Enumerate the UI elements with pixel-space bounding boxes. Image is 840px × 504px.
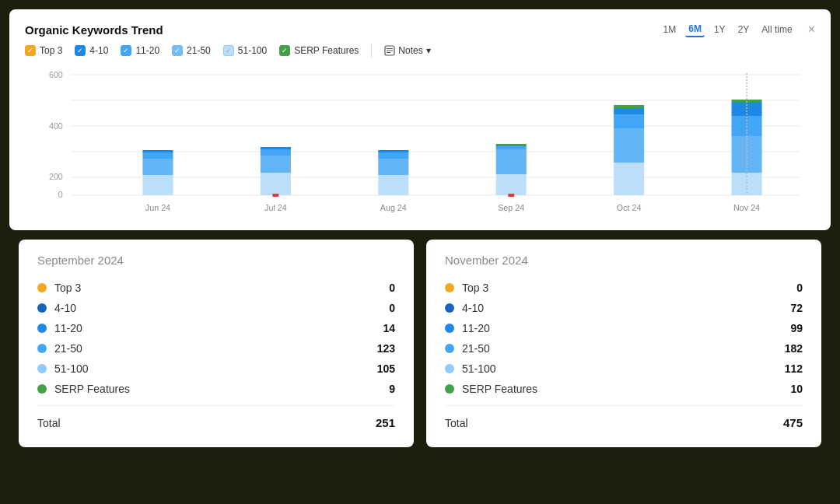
- jun-4-10: [142, 150, 173, 152]
- jul-11-20: [261, 149, 291, 156]
- legend-serp[interactable]: ✓ SERP Features: [279, 45, 359, 56]
- legend-51-100[interactable]: ✓ 51-100: [223, 45, 267, 56]
- row-value: 0: [389, 282, 395, 294]
- sep-title: September 2024: [37, 254, 395, 267]
- oct-51-100: [614, 163, 644, 195]
- chart-card: Organic Keywords Trend 1M 6M 1Y 2Y All t…: [9, 9, 831, 230]
- legend-top3-label: Top 3: [40, 45, 62, 56]
- row-dot: [445, 324, 454, 333]
- svg-text:Nov 24: Nov 24: [733, 203, 760, 212]
- row-label: 21-50: [54, 342, 377, 355]
- close-button[interactable]: ×: [808, 23, 815, 36]
- time-btn-1y[interactable]: 1Y: [711, 23, 729, 37]
- data-row: Top 3 0: [37, 278, 395, 298]
- sep-serp: [496, 144, 527, 146]
- row-label: SERP Features: [462, 383, 790, 395]
- time-btn-6m[interactable]: 6M: [685, 22, 705, 37]
- sep-panel: September 2024 Top 3 0 4-10 0 11-20 14 2…: [19, 240, 414, 447]
- row-label: 11-20: [462, 322, 790, 334]
- data-row: 51-100 112: [445, 359, 803, 379]
- row-value: 9: [389, 383, 395, 395]
- row-dot: [37, 324, 47, 333]
- row-label: 51-100: [462, 362, 785, 375]
- row-label: 4-10: [462, 302, 790, 314]
- time-btn-1m[interactable]: 1M: [660, 23, 680, 37]
- sep-11-20: [496, 146, 527, 149]
- row-label: 21-50: [462, 342, 785, 355]
- row-dot: [37, 344, 47, 353]
- jul-51-100: [261, 173, 291, 195]
- row-value: 72: [790, 302, 803, 314]
- row-label: 4-10: [54, 302, 389, 314]
- row-dot: [445, 344, 454, 353]
- sep-rows: Top 3 0 4-10 0 11-20 14 21-50 123 51-100…: [37, 278, 395, 399]
- bottom-panels: September 2024 Top 3 0 4-10 0 11-20 14 2…: [9, 240, 831, 447]
- chart-svg: 600 400 200 0: [25, 67, 815, 222]
- svg-text:600: 600: [49, 70, 63, 79]
- legend-21-50-label: 21-50: [187, 45, 211, 56]
- sep-total-value: 251: [376, 416, 395, 429]
- sep-marker: [508, 194, 514, 197]
- row-label: Top 3: [54, 282, 389, 294]
- row-dot: [37, 303, 47, 313]
- nov-panel: November 2024 Top 3 0 4-10 72 11-20 99 2…: [426, 240, 821, 447]
- svg-text:0: 0: [58, 190, 63, 199]
- row-dot: [37, 364, 47, 373]
- data-row: SERP Features 10: [445, 379, 803, 399]
- nov-total-value: 475: [783, 416, 803, 429]
- legend-4-10-label: 4-10: [89, 45, 108, 56]
- row-value: 99: [790, 322, 803, 334]
- data-row: 11-20 99: [445, 318, 803, 338]
- svg-text:200: 200: [49, 172, 63, 181]
- jun-21-50: [142, 159, 173, 175]
- notes-button[interactable]: Notes ▾: [384, 45, 430, 56]
- legend-21-50[interactable]: ✓ 21-50: [172, 45, 211, 56]
- row-value: 0: [796, 282, 803, 294]
- time-btn-2y[interactable]: 2Y: [735, 23, 753, 37]
- chart-header: Organic Keywords Trend 1M 6M 1Y 2Y All t…: [25, 22, 815, 58]
- notes-chevron: ▾: [426, 45, 431, 56]
- notes-label: Notes: [398, 45, 422, 56]
- row-value: 182: [785, 342, 803, 355]
- chart-area: 600 400 200 0: [25, 67, 815, 222]
- jul-4-10: [261, 147, 291, 149]
- svg-text:Oct 24: Oct 24: [617, 203, 642, 212]
- svg-text:Jul 24: Jul 24: [264, 203, 287, 212]
- data-row: 11-20 14: [37, 318, 395, 338]
- row-value: 112: [785, 362, 803, 375]
- legend-top3[interactable]: ✓ Top 3: [25, 45, 62, 56]
- aug-51-100: [378, 175, 408, 195]
- sep-21-50: [496, 149, 527, 174]
- data-row: 4-10 72: [445, 298, 803, 318]
- row-value: 105: [377, 362, 395, 375]
- nov-title: November 2024: [445, 254, 803, 267]
- legend-11-20[interactable]: ✓ 11-20: [121, 45, 159, 56]
- notes-icon: [384, 45, 395, 56]
- jul-marker: [272, 194, 278, 197]
- jul-21-50: [261, 156, 291, 173]
- nov-divider: [445, 405, 803, 406]
- sep-total-row: Total 251: [37, 412, 395, 433]
- aug-4-10: [378, 150, 408, 152]
- legend-11-20-label: 11-20: [135, 45, 159, 56]
- jun-51-100: [142, 175, 173, 195]
- row-value: 123: [377, 342, 395, 355]
- sep-51-100: [496, 174, 527, 195]
- legend-4-10[interactable]: ✓ 4-10: [75, 45, 108, 56]
- data-row: SERP Features 9: [37, 379, 395, 399]
- data-row: 21-50 182: [445, 338, 803, 359]
- nov-rows: Top 3 0 4-10 72 11-20 99 21-50 182 51-10…: [445, 278, 803, 399]
- svg-text:Aug 24: Aug 24: [380, 203, 407, 212]
- row-dot: [445, 384, 454, 394]
- time-btn-all[interactable]: All time: [758, 23, 795, 37]
- oct-11-20: [614, 114, 644, 128]
- svg-text:Sep 24: Sep 24: [498, 203, 524, 212]
- row-dot: [37, 283, 47, 292]
- time-range-row: 1M 6M 1Y 2Y All time: [660, 22, 796, 37]
- row-dot: [445, 303, 454, 313]
- legend-51-100-label: 51-100: [238, 45, 267, 56]
- row-label: Top 3: [462, 282, 796, 294]
- row-value: 0: [389, 302, 395, 314]
- data-row: 4-10 0: [37, 298, 395, 318]
- svg-text:400: 400: [49, 121, 63, 131]
